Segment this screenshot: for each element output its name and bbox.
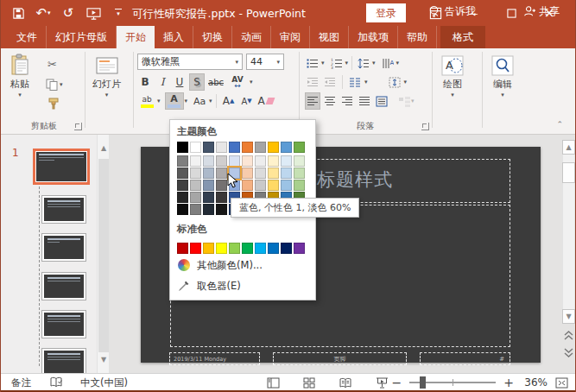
theme-color-variant-swatch[interactable] xyxy=(177,168,188,179)
align-center-button[interactable] xyxy=(322,92,338,110)
more-colors-menu-item[interactable]: 其他颜色(M)... xyxy=(170,256,315,275)
zoom-in-button[interactable]: + xyxy=(503,376,514,389)
theme-color-variant-swatch[interactable] xyxy=(177,155,188,167)
zoom-level-label[interactable]: 36% xyxy=(522,376,548,389)
theme-color-variant-swatch[interactable] xyxy=(203,192,214,203)
standard-color-swatch[interactable] xyxy=(216,243,227,254)
collapse-ribbon-button[interactable]: ⌃ xyxy=(556,120,563,129)
reading-view-icon[interactable] xyxy=(339,377,352,389)
slide-number-placeholder[interactable]: # xyxy=(420,352,510,365)
highlight-dropdown-icon[interactable]: ▾ xyxy=(157,98,161,104)
slideshow-view-icon[interactable] xyxy=(376,377,389,389)
previous-slide-button[interactable] xyxy=(564,330,574,342)
theme-color-variant-swatch[interactable] xyxy=(281,168,292,179)
format-painter-button[interactable] xyxy=(46,95,61,112)
zoom-slider-thumb[interactable] xyxy=(420,376,426,389)
layout-thumbnail[interactable] xyxy=(42,273,85,300)
paragraph-dialog-launcher[interactable] xyxy=(421,123,429,130)
theme-color-variant-swatch[interactable] xyxy=(294,180,305,191)
theme-color-variant-swatch[interactable] xyxy=(268,168,279,179)
scroll-down-icon[interactable]: ▼ xyxy=(98,353,109,366)
redo-button[interactable]: ↺ xyxy=(60,4,77,22)
tab-review[interactable]: 审阅 xyxy=(271,26,310,48)
drawing-button[interactable]: A 绘图 ▾ xyxy=(441,55,464,98)
zoom-out-button[interactable]: − xyxy=(392,376,402,389)
notes-button[interactable]: 备注 xyxy=(11,374,31,391)
theme-color-variant-swatch[interactable] xyxy=(255,168,266,179)
change-case-dropdown-icon[interactable]: ▾ xyxy=(209,98,212,104)
theme-color-variant-swatch[interactable] xyxy=(190,192,201,203)
standard-color-swatch[interactable] xyxy=(229,243,240,254)
theme-color-variant-swatch[interactable] xyxy=(294,168,305,179)
strikethrough-button[interactable]: abc xyxy=(206,73,225,91)
text-direction-button[interactable]: A xyxy=(380,54,396,72)
tab-addins[interactable]: 加载项 xyxy=(349,26,398,48)
clear-formatting-button[interactable]: A xyxy=(256,92,275,110)
theme-color-swatch[interactable] xyxy=(268,142,279,153)
theme-color-swatch[interactable] xyxy=(203,142,214,153)
theme-color-swatch[interactable] xyxy=(242,142,253,153)
clipboard-dialog-launcher[interactable] xyxy=(74,123,82,130)
bullets-button[interactable] xyxy=(305,54,320,72)
undo-button[interactable]: ↶ ▾ xyxy=(35,4,52,22)
standard-color-swatch[interactable] xyxy=(203,243,214,254)
customize-qat-button[interactable]: ▾ xyxy=(110,4,127,22)
numbering-dropdown-icon[interactable]: ▾ xyxy=(345,60,349,66)
tab-transitions[interactable]: 切换 xyxy=(193,26,232,48)
font-color-dropdown-icon[interactable]: ▾ xyxy=(185,98,188,104)
tab-slide-master[interactable]: 幻灯片母版 xyxy=(47,26,117,48)
undo-dropdown-icon[interactable]: ▾ xyxy=(47,9,51,16)
standard-color-swatch[interactable] xyxy=(268,243,279,254)
theme-color-variant-swatch[interactable] xyxy=(190,168,201,179)
theme-color-swatch[interactable] xyxy=(216,142,227,153)
eyedropper-menu-item[interactable]: 取色器(E) xyxy=(170,276,315,295)
editing-button[interactable]: 编辑 ▾ xyxy=(491,55,514,98)
theme-color-variant-swatch[interactable] xyxy=(255,155,266,167)
theme-color-variant-swatch[interactable] xyxy=(203,168,214,179)
theme-color-variant-swatch[interactable] xyxy=(190,204,201,215)
next-slide-button[interactable] xyxy=(564,347,574,359)
underline-button[interactable]: U xyxy=(172,73,187,91)
cut-button[interactable]: ✂ xyxy=(46,55,59,73)
theme-color-variant-swatch[interactable] xyxy=(281,180,292,191)
normal-view-icon[interactable] xyxy=(267,377,280,389)
text-direction-dropdown-icon[interactable]: ▾ xyxy=(396,60,400,66)
copy-dropdown-icon[interactable]: ▾ xyxy=(60,82,63,87)
align-text-dropdown-icon[interactable]: ▾ xyxy=(404,79,408,85)
tab-help[interactable]: 帮助 xyxy=(398,26,437,48)
theme-color-swatch[interactable] xyxy=(255,142,266,153)
layout-thumbnail[interactable] xyxy=(42,196,85,223)
italic-button[interactable]: I xyxy=(155,73,170,91)
theme-color-variant-swatch[interactable] xyxy=(255,180,266,191)
tab-home[interactable]: 开始 xyxy=(117,26,155,48)
standard-color-swatch[interactable] xyxy=(255,243,266,254)
theme-color-swatch[interactable] xyxy=(229,142,240,153)
font-name-combo[interactable]: 微软雅黑▾ xyxy=(137,54,243,70)
theme-color-variant-swatch[interactable] xyxy=(281,155,292,167)
theme-color-swatch[interactable] xyxy=(190,142,201,153)
start-slideshow-button[interactable] xyxy=(85,4,102,22)
justify-button[interactable] xyxy=(357,92,372,110)
theme-color-variant-swatch[interactable] xyxy=(216,192,227,203)
align-right-button[interactable] xyxy=(339,92,355,110)
highlight-color-button[interactable]: ab xyxy=(137,92,156,110)
line-spacing-button[interactable] xyxy=(356,54,371,72)
font-size-combo[interactable]: 44▾ xyxy=(246,54,284,70)
main-scrollbar[interactable]: ▲ ▼ xyxy=(562,135,575,373)
theme-color-swatch[interactable] xyxy=(177,142,188,153)
increase-indent-button[interactable] xyxy=(322,73,338,91)
text-shadow-button[interactable]: S xyxy=(189,73,205,91)
fit-slide-to-window-icon[interactable] xyxy=(555,377,568,389)
convert-smartart-button[interactable]: ▾ xyxy=(396,92,416,110)
theme-color-variant-swatch[interactable] xyxy=(203,180,214,191)
theme-color-variant-swatch[interactable] xyxy=(242,155,253,167)
theme-color-variant-swatch[interactable] xyxy=(177,192,188,203)
theme-color-swatch[interactable] xyxy=(294,142,305,153)
scroll-up-icon[interactable]: ▲ xyxy=(562,140,575,155)
grow-font-button[interactable]: A▲ xyxy=(220,92,237,110)
bold-button[interactable]: B xyxy=(137,73,153,91)
tab-format[interactable]: 格式 xyxy=(440,26,485,48)
numbering-button[interactable]: 123 xyxy=(329,54,345,72)
sign-in-button[interactable]: 登录 xyxy=(366,3,406,22)
thumbnail-scrollbar[interactable]: ▲ ▼ xyxy=(97,135,110,373)
